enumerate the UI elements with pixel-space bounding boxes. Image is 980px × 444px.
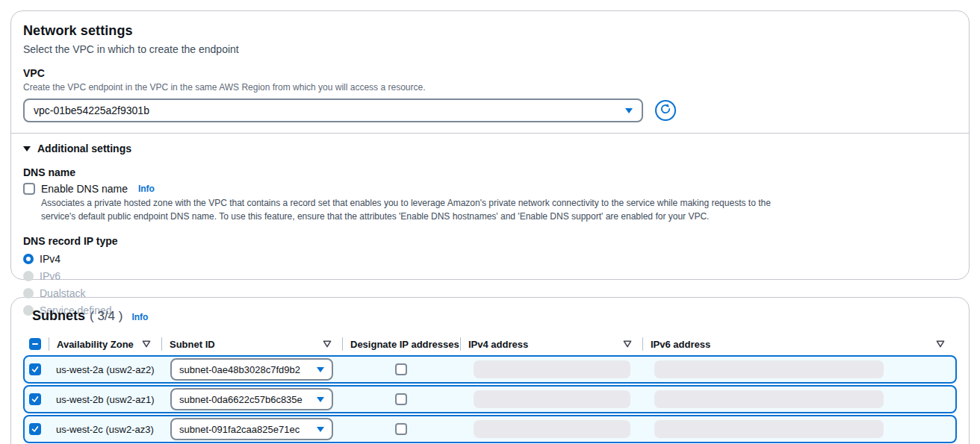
column-label: Availability Zone [57,339,134,350]
subnets-table: Availability Zone Subnet ID Designate IP… [23,333,957,443]
refresh-icon [660,103,672,118]
subnets-count: ( 3/4 ) [90,309,122,324]
subnet-id-value: subnet-091fa2caa825e71ec [179,424,300,435]
column-label: Designate IP addresses [350,339,459,350]
sort-icon[interactable] [623,340,632,348]
divider [11,133,969,134]
ipv4-address-input-disabled [474,390,630,408]
ipv4-address-input-disabled [474,360,630,378]
ipv6-address-input-disabled [654,390,884,408]
subnets-title: Subnets [32,308,85,324]
caret-down-icon [23,146,31,151]
dns-name-info-link[interactable]: Info [138,184,155,194]
page-title: Network settings [23,23,957,39]
radio-label: Dualstack [40,287,85,299]
radio-option-ipv6: IPv6 [23,270,957,282]
table-header-row: Availability Zone Subnet ID Designate IP… [25,333,955,355]
radio-label: IPv4 [40,253,61,265]
subnets-info-link[interactable]: Info [131,312,148,322]
network-settings-card: Network settings Select the VPC in which… [10,10,970,280]
column-label: IPv6 address [651,339,710,350]
vpc-constraint-text: Create the VPC endpoint in the VPC in th… [23,82,957,93]
ipv6-address-input-disabled [654,360,884,378]
vpc-select[interactable]: vpc-01be54225a2f9301b [23,99,643,122]
column-header-designate-ip: Designate IP addresses [342,337,460,351]
radio-label: IPv6 [40,270,61,282]
vpc-label: VPC [23,67,957,79]
enable-dns-name-label: Enable DNS name [41,183,128,195]
caret-down-icon [317,427,324,432]
subnet-id-select[interactable]: subnet-0ae48b3028c7fd9b2 [170,358,333,381]
availability-zone-cell: us-west-2a (usw2-az2) [49,364,161,375]
enable-dns-name-checkbox[interactable] [23,183,35,195]
column-label: Subnet ID [170,339,215,350]
subnet-id-select[interactable]: subnet-091fa2caa825e71ec [170,418,333,440]
sort-icon[interactable] [323,340,332,348]
column-header-ipv6[interactable]: IPv6 address [642,337,955,351]
column-header-availability-zone[interactable]: Availability Zone [49,337,161,351]
subnet-id-value: subnet-0ae48b3028c7fd9b2 [179,364,300,375]
subnet-id-select[interactable]: subnet-0da6622c57b6c835e [170,388,333,410]
additional-settings-expander[interactable]: Additional settings [23,143,957,154]
sort-icon[interactable] [936,340,945,348]
availability-zone-cell: us-west-2c (usw2-az3) [49,424,161,435]
designate-ip-checkbox[interactable] [395,393,407,405]
vpc-select-value: vpc-01be54225a2f9301b [34,104,149,116]
designate-ip-checkbox[interactable] [395,423,407,435]
subnet-id-value: subnet-0da6622c57b6c835e [179,394,303,405]
row-checkbox[interactable] [29,393,41,405]
caret-down-icon [317,367,324,372]
dns-name-description: Associates a private hosted zone with th… [41,196,796,223]
radio-selected-icon[interactable] [23,254,34,264]
ipv4-address-input-disabled [474,420,630,438]
dns-record-ip-type-label: DNS record IP type [23,235,957,247]
radio-disabled-icon [23,288,34,298]
section-description: Select the VPC in which to create the en… [23,43,957,55]
radio-option-ipv4[interactable]: IPv4 [23,253,957,265]
radio-option-dualstack: Dualstack [23,287,957,299]
row-checkbox[interactable] [29,363,41,375]
subnets-card: Subnets ( 3/4 ) Info Availability Zone S… [10,297,970,444]
designate-ip-checkbox[interactable] [395,363,407,375]
availability-zone-cell: us-west-2b (usw2-az1) [49,394,161,405]
dns-name-label: DNS name [23,166,957,178]
caret-down-icon [625,108,633,113]
radio-disabled-icon [23,271,34,281]
sort-icon[interactable] [142,340,151,348]
select-all-checkbox[interactable] [29,338,41,350]
additional-settings-label: Additional settings [37,143,131,154]
table-row[interactable]: us-west-2c (usw2-az3) subnet-091fa2caa82… [23,415,957,443]
refresh-button[interactable] [655,100,676,121]
ipv6-address-input-disabled [654,420,884,438]
column-header-subnet-id[interactable]: Subnet ID [161,337,342,351]
column-label: IPv4 address [468,339,528,350]
row-checkbox[interactable] [29,423,41,435]
caret-down-icon [317,397,324,402]
radio-option-service-defined: Service defined [23,304,957,316]
column-header-ipv4[interactable]: IPv4 address [460,337,642,351]
dns-record-ip-type-group: IPv4 IPv6 Dualstack Service defined [23,253,957,316]
table-row[interactable]: us-west-2b (usw2-az1) subnet-0da6622c57b… [23,385,957,413]
table-row[interactable]: us-west-2a (usw2-az2) subnet-0ae48b3028c… [23,355,957,384]
